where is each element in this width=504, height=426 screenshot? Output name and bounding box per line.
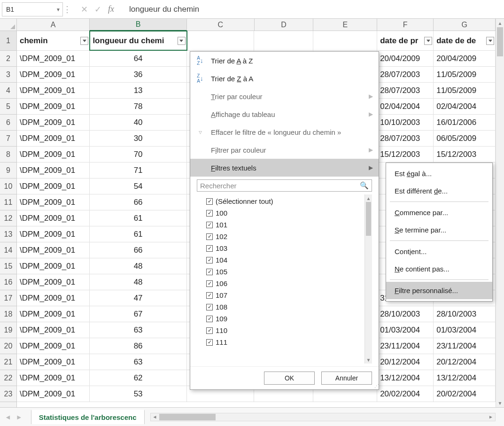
- filter-value-list[interactable]: ✓(Sélectionner tout)✓100✓101✓102✓103✓104…: [205, 194, 364, 364]
- cell[interactable]: 20/12/2004: [434, 354, 496, 370]
- contains-item[interactable]: Contient...: [386, 243, 492, 260]
- cell[interactable]: \DPM_2009_01: [17, 274, 90, 290]
- scroll-right-icon[interactable]: ►: [487, 414, 495, 419]
- row-header[interactable]: 9: [0, 163, 16, 178]
- row-header[interactable]: 6: [0, 115, 16, 131]
- row-header[interactable]: 14: [0, 242, 16, 258]
- filter-list-scrollbar[interactable]: ▲ ▼: [364, 194, 372, 364]
- name-box[interactable]: B1 ▼: [2, 2, 63, 16]
- filter-value-item[interactable]: ✓106: [205, 278, 364, 289]
- scroll-thumb[interactable]: [497, 27, 503, 56]
- header-cell-A[interactable]: chemin: [17, 31, 90, 50]
- row-header[interactable]: 7: [0, 131, 16, 147]
- cell[interactable]: 20/02/2004: [434, 386, 496, 402]
- equals-item[interactable]: Est égal à...: [386, 165, 492, 182]
- cell[interactable]: 13: [90, 83, 186, 98]
- row-header[interactable]: 13: [0, 226, 16, 242]
- filter-button[interactable]: [178, 37, 186, 45]
- cell[interactable]: \DPM_2009_01: [17, 147, 90, 162]
- filter-value-item[interactable]: ✓105: [205, 266, 364, 278]
- cell[interactable]: 48: [90, 274, 186, 290]
- cell[interactable]: 66: [90, 194, 186, 210]
- resize-handle-icon[interactable]: ⋰: [374, 383, 378, 388]
- row-header[interactable]: 23: [0, 386, 16, 402]
- select-all-item[interactable]: ✓(Sélectionner tout): [205, 195, 364, 207]
- sort-color-item[interactable]: Trier par couleur ▶: [190, 87, 379, 105]
- vertical-scrollbar[interactable]: ▲ ▼: [496, 19, 504, 407]
- cell[interactable]: 23/11/2004: [377, 338, 434, 354]
- col-header-F[interactable]: F: [377, 19, 434, 31]
- cancel-icon[interactable]: ✕: [81, 4, 88, 15]
- sort-az-item[interactable]: AZ↓ Trier de A à Z: [190, 52, 379, 70]
- col-header-B[interactable]: B: [90, 19, 187, 31]
- cell[interactable]: 15/12/2003: [434, 147, 496, 162]
- cell[interactable]: 20/04/2009: [434, 51, 496, 66]
- ends-with-item[interactable]: Se termine par...: [386, 221, 492, 239]
- scroll-left-icon[interactable]: ◄: [151, 414, 159, 419]
- ok-button[interactable]: OK: [264, 372, 315, 385]
- filter-value-item[interactable]: ✓107: [205, 289, 364, 301]
- cell[interactable]: \DPM_2009_01: [17, 67, 90, 82]
- clear-filter-item[interactable]: ▿ Effacer le filtre de « longueur du che…: [190, 123, 379, 141]
- cell[interactable]: 62: [90, 370, 186, 386]
- cell[interactable]: 67: [90, 306, 186, 322]
- cell[interactable]: 20/04/2009: [377, 51, 434, 66]
- cell[interactable]: 01/03/2004: [434, 322, 496, 338]
- filter-value-item[interactable]: ✓102: [205, 231, 364, 242]
- cell[interactable]: \DPM_2009_01: [17, 226, 90, 242]
- cell[interactable]: 20/12/2004: [377, 354, 434, 370]
- row-header[interactable]: 8: [0, 147, 16, 163]
- filter-search-input[interactable]: Rechercher 🔍: [197, 179, 372, 192]
- header-cell-E[interactable]: [313, 31, 377, 50]
- cell[interactable]: 20/02/2004: [377, 386, 434, 402]
- cell[interactable]: \DPM_2009_01: [17, 163, 90, 178]
- cell[interactable]: 13/12/2004: [434, 370, 496, 386]
- cell[interactable]: \DPM_2009_01: [17, 386, 90, 402]
- header-cell-D[interactable]: [254, 31, 313, 50]
- cell[interactable]: 64: [90, 51, 186, 66]
- filter-value-item[interactable]: ✓109: [205, 313, 364, 325]
- not-equals-item[interactable]: Est différent de...: [386, 182, 492, 200]
- cell[interactable]: \DPM_2009_01: [17, 210, 90, 226]
- header-cell-B[interactable]: longueur du chemi: [90, 31, 186, 50]
- cell[interactable]: 86: [90, 338, 186, 354]
- cell[interactable]: \DPM_2009_01: [17, 354, 90, 370]
- cell[interactable]: 11/05/2009: [434, 67, 496, 82]
- row-header[interactable]: 1: [0, 31, 16, 51]
- hscroll-thumb[interactable]: [159, 414, 216, 420]
- cell[interactable]: \DPM_2009_01: [17, 51, 90, 66]
- fx-icon[interactable]: fx: [108, 4, 114, 14]
- scroll-down-icon[interactable]: ▼: [496, 399, 504, 407]
- cell[interactable]: 01/03/2004: [377, 322, 434, 338]
- cell[interactable]: \DPM_2009_01: [17, 99, 90, 114]
- row-header[interactable]: 22: [0, 370, 16, 386]
- cell[interactable]: 13/12/2004: [377, 370, 434, 386]
- cell[interactable]: 28/07/2003: [377, 67, 434, 82]
- row-header[interactable]: 18: [0, 306, 16, 322]
- cell[interactable]: \DPM_2009_01: [17, 258, 90, 274]
- hscroll-track[interactable]: [159, 413, 487, 421]
- cell[interactable]: 70: [90, 147, 186, 162]
- filter-value-item[interactable]: ✓108: [205, 301, 364, 313]
- row-header[interactable]: 15: [0, 258, 16, 274]
- cell[interactable]: 28/10/2003: [377, 306, 434, 322]
- header-cell-G[interactable]: date de de: [434, 31, 496, 50]
- cell[interactable]: 63: [90, 354, 186, 370]
- list-scroll-up-icon[interactable]: ▲: [365, 194, 372, 202]
- header-cell-F[interactable]: date de pr: [377, 31, 434, 50]
- sort-za-item[interactable]: ZA↓ Trier de Z à A: [190, 70, 379, 87]
- filter-value-item[interactable]: ✓100: [205, 207, 364, 219]
- cancel-button[interactable]: Annuler: [321, 372, 372, 385]
- cell[interactable]: 36: [90, 67, 186, 82]
- list-scroll-thumb[interactable]: [366, 202, 371, 236]
- row-header[interactable]: 16: [0, 274, 16, 290]
- header-cell-C[interactable]: [187, 31, 255, 50]
- row-header[interactable]: 21: [0, 354, 16, 370]
- row-header[interactable]: 10: [0, 178, 16, 194]
- row-header[interactable]: 5: [0, 99, 16, 115]
- cell[interactable]: 16/01/2006: [434, 115, 496, 130]
- row-header[interactable]: 17: [0, 290, 16, 306]
- filter-button[interactable]: [486, 37, 494, 45]
- cell[interactable]: \DPM_2009_01: [17, 131, 90, 146]
- filter-value-item[interactable]: ✓101: [205, 219, 364, 231]
